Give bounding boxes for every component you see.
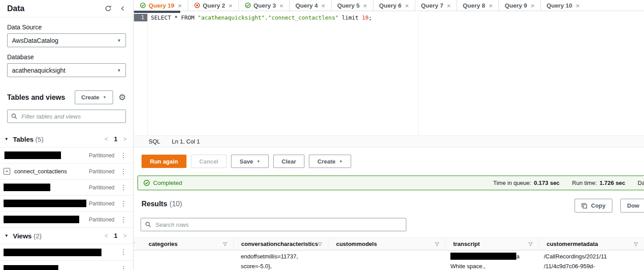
collapse-views-icon[interactable]: ▼ <box>4 233 8 238</box>
table-actions-icon[interactable]: ⋮ <box>120 200 127 208</box>
sql-code-line[interactable]: SELECT * FROM "acathenaquicksight"."conn… <box>151 14 372 21</box>
table-actions-icon[interactable]: ⋮ <box>120 216 127 224</box>
views-section-header: ▼ Views (2) < 1 > <box>0 228 133 244</box>
sort-icon[interactable]: ▽ <box>435 241 439 247</box>
views-next-page-icon[interactable]: > <box>123 232 127 239</box>
gear-icon[interactable]: ⚙ <box>118 93 126 102</box>
close-tab-icon[interactable]: × <box>229 2 233 9</box>
create-button[interactable]: Create ▼ <box>75 90 113 104</box>
table-row[interactable]: Partitioned ⋮ <box>0 196 133 212</box>
views-page-number[interactable]: 1 <box>114 232 117 239</box>
queue-time-value: 0.173 sec <box>534 180 560 186</box>
close-tab-icon[interactable]: × <box>576 2 580 9</box>
sql-keyword: SELECT * FROM <box>151 14 198 21</box>
column-header-conversationcharacteristics[interactable]: conversationcharacteristics ▽ <box>233 238 328 250</box>
close-tab-icon[interactable]: × <box>489 2 493 9</box>
cell-text: White space., <box>450 262 532 270</box>
column-header-transcript[interactable]: transcript ▽ <box>445 238 539 250</box>
refresh-icon[interactable] <box>105 5 112 12</box>
clear-button[interactable]: Clear <box>273 155 305 168</box>
table-actions-icon[interactable]: ⋮ <box>120 168 127 176</box>
collapse-tables-icon[interactable]: ▼ <box>4 137 8 141</box>
sort-icon[interactable]: ▽ <box>318 241 322 247</box>
table-row[interactable]: Partitioned ⋮ <box>0 147 133 164</box>
close-tab-icon[interactable]: × <box>178 2 182 9</box>
tables-prev-page-icon[interactable]: < <box>105 135 108 143</box>
filter-tables-input[interactable] <box>20 113 122 120</box>
partitioned-badge: Partitioned <box>89 168 114 175</box>
views-count: (2) <box>33 232 41 240</box>
database-select[interactable]: acathenaquicksight ▼ <box>7 63 126 77</box>
create-query-button[interactable]: Create ▼ <box>309 155 351 168</box>
column-header-categories[interactable]: categories ▽ <box>141 238 233 250</box>
column-header-customermetadata[interactable]: customermetadata ▽ <box>539 238 644 250</box>
tables-section-header: ▼ Tables (5) < 1 > <box>0 131 133 147</box>
partitioned-badge: Partitioned <box>89 200 114 207</box>
view-actions-icon[interactable]: ⋮ <box>120 265 127 270</box>
save-button[interactable]: Save ▼ <box>231 155 268 168</box>
query-tabbar: Query 19 × Query 2 × Query 3 × Query 4 ×… <box>134 0 644 11</box>
close-tab-icon[interactable]: × <box>447 2 451 9</box>
tab-query-7[interactable]: Query 7 × <box>415 0 457 11</box>
cursor-position: Ln 1, Col 1 <box>172 138 200 145</box>
tab-query-8[interactable]: Query 8 × <box>457 0 499 11</box>
tab-query-6[interactable]: Query 6 × <box>373 0 415 11</box>
tables-views-title: Tables and views <box>7 94 65 102</box>
view-row[interactable]: ⋮ <box>0 244 133 261</box>
close-tab-icon[interactable]: × <box>279 2 284 9</box>
table-row[interactable]: + connect_contactlens Partitioned ⋮ <box>0 164 133 180</box>
table-actions-icon[interactable]: ⋮ <box>120 184 127 192</box>
table-row[interactable]: Partitioned ⋮ <box>0 212 133 228</box>
data-source-select[interactable]: AwsDataCatalog ▼ <box>7 33 126 47</box>
panel-title: Data <box>7 4 24 13</box>
success-icon <box>143 180 150 186</box>
sort-icon[interactable]: ▽ <box>529 241 532 247</box>
view-actions-icon[interactable]: ⋮ <box>120 248 127 256</box>
tab-query-19[interactable]: Query 19 × <box>134 0 188 11</box>
tab-query-10[interactable]: Query 10 × <box>541 0 586 11</box>
sort-icon[interactable]: ▽ <box>134 241 134 247</box>
sql-editor[interactable]: 1 SELECT * FROM "acathenaquicksight"."co… <box>134 13 644 135</box>
close-tab-icon[interactable]: × <box>321 2 325 9</box>
redacted-table-name <box>4 216 79 223</box>
tables-page-number[interactable]: 1 <box>114 135 117 143</box>
close-tab-icon[interactable]: × <box>531 2 535 9</box>
tables-section-title: Tables <box>13 135 33 143</box>
copy-button[interactable]: Copy <box>575 199 612 213</box>
tab-label: Query 5 <box>337 2 360 9</box>
filter-tables-box <box>7 110 126 123</box>
tab-query-2[interactable]: Query 2 × <box>188 0 239 11</box>
run-again-button[interactable]: Run again <box>142 155 186 168</box>
tab-label: Query 9 <box>505 2 527 9</box>
cell-text: endoffsetmillis=11737, <box>241 252 321 262</box>
tab-query-5[interactable]: Query 5 × <box>332 0 373 11</box>
collapse-panel-icon[interactable] <box>120 5 126 12</box>
tab-query-4[interactable]: Query 4 × <box>290 0 332 11</box>
results-table-row[interactable]: endoffsetmillis=11737, score=-5.0}, a Wh… <box>134 250 644 270</box>
download-button-clipped[interactable]: Dow <box>620 199 644 213</box>
search-rows-input[interactable] <box>154 221 402 229</box>
table-actions-icon[interactable]: ⋮ <box>120 151 127 160</box>
line-number: 1 <box>134 14 147 21</box>
sql-number: 10 <box>362 14 369 21</box>
save-button-label: Save <box>239 158 253 165</box>
sort-icon[interactable]: ▽ <box>223 241 227 247</box>
table-row[interactable]: Partitioned ⋮ <box>0 180 133 196</box>
tab-label: Query 10 <box>547 2 572 9</box>
sort-icon[interactable]: ▽ <box>634 241 638 247</box>
caret-down-icon: ▼ <box>117 38 121 43</box>
view-row[interactable]: ⋮ <box>0 261 133 270</box>
tab-query-3[interactable]: Query 3 × <box>239 0 290 11</box>
tab-query-9[interactable]: Query 9 × <box>499 0 541 11</box>
cell-text: score=-5.0}, <box>241 262 321 270</box>
tables-next-page-icon[interactable]: > <box>123 135 127 143</box>
column-header-custommodels[interactable]: custommodels ▽ <box>328 238 445 250</box>
cancel-button[interactable]: Cancel <box>191 155 227 168</box>
tab-label: Query 4 <box>296 2 318 9</box>
close-tab-icon[interactable]: × <box>363 2 367 9</box>
close-tab-icon[interactable]: × <box>405 2 409 9</box>
query-error-icon <box>194 2 200 8</box>
clipped-cell-stub <box>134 250 141 270</box>
views-prev-page-icon[interactable]: < <box>105 232 108 239</box>
expand-table-icon[interactable]: + <box>4 168 10 175</box>
